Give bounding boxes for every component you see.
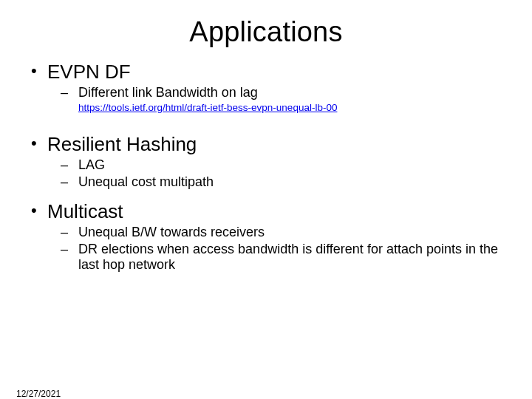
subbullet-lag: LAG [61,157,507,173]
link-ietf-draft[interactable]: https://tools.ietf.org/html/draft-ietf-b… [78,102,507,114]
subbullet-evpn-bandwidth: Different link Bandwidth on lag [61,85,507,100]
slide-body: EVPN DF Different link Bandwidth on lag … [0,61,532,272]
slide: Applications EVPN DF Different link Band… [0,16,532,399]
bullet-multicast: Multicast [28,201,507,223]
bullet-resilient-hashing: Resilient Hashing [28,134,507,156]
subbullet-unequal-bw-receivers: Unequal B/W towards receivers [61,225,507,240]
footer-date: 12/27/2021 [16,389,61,399]
subbullet-unequal-cost-multipath: Unequal cost multipath [61,174,507,190]
bullet-evpn-df: EVPN DF [28,61,507,83]
subbullet-dr-elections: DR elections when access bandwidth is di… [61,242,507,272]
slide-title: Applications [0,16,532,48]
